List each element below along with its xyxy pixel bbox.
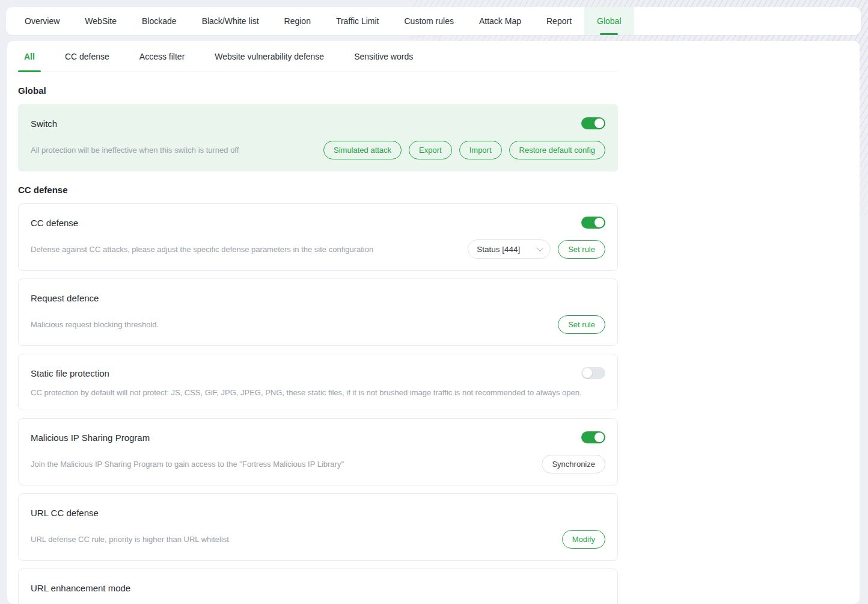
nav-tab-attack-map[interactable]: Attack Map bbox=[466, 7, 534, 35]
url-cc-defense-description: URL defense CC rule, priority is higher … bbox=[31, 535, 229, 544]
malicious-ip-sharing-description: Join the Malicious IP Sharing Program to… bbox=[31, 460, 344, 469]
cc-defense-toggle[interactable] bbox=[581, 217, 605, 229]
url-enhancement-mode-card: URL enhancement mode Setting up a URL va… bbox=[18, 569, 618, 604]
top-nav: Overview WebSite Blockade Black/White li… bbox=[6, 7, 861, 35]
toggle-knob bbox=[594, 433, 604, 442]
request-defence-title: Request defence bbox=[31, 293, 99, 303]
request-defence-set-rule-button[interactable]: Set rule bbox=[558, 315, 605, 334]
url-cc-defense-card: URL CC defense URL defense CC rule, prio… bbox=[18, 493, 618, 561]
static-file-protection-description: CC protection by default will not protec… bbox=[31, 388, 582, 397]
subtab-access-filter[interactable]: Access filter bbox=[133, 41, 191, 72]
section-heading-cc-defense: CC defense bbox=[18, 185, 618, 195]
toggle-knob bbox=[582, 368, 592, 378]
toggle-knob bbox=[594, 218, 604, 227]
static-file-protection-title: Static file protection bbox=[31, 368, 109, 378]
subtab-bar: All CC defense Access filter Website vul… bbox=[18, 41, 618, 72]
malicious-ip-sharing-card: Malicious IP Sharing Program Join the Ma… bbox=[18, 418, 618, 485]
subtab-sensitive-words[interactable]: Sensitive words bbox=[348, 41, 419, 72]
static-file-protection-card: Static file protection CC protection by … bbox=[18, 354, 618, 410]
nav-tab-overview[interactable]: Overview bbox=[12, 7, 72, 35]
nav-tab-black-white-list[interactable]: Black/White list bbox=[189, 7, 272, 35]
cc-defense-description: Defense against CC attacks, please adjus… bbox=[31, 245, 373, 254]
request-defence-card: Request defence Malicious request blocki… bbox=[18, 279, 618, 346]
cc-defense-card: CC defense Defense against CC attacks, p… bbox=[18, 203, 618, 271]
toggle-knob bbox=[594, 119, 604, 128]
nav-tab-custom-rules[interactable]: Custom rules bbox=[392, 7, 466, 35]
select-value: Status [444] bbox=[477, 245, 520, 254]
nav-tab-website[interactable]: WebSite bbox=[72, 7, 129, 35]
main-panel: All CC defense Access filter Website vul… bbox=[7, 41, 860, 604]
nav-tab-region[interactable]: Region bbox=[272, 7, 323, 35]
url-enhancement-mode-title: URL enhancement mode bbox=[31, 583, 130, 593]
malicious-ip-sharing-title: Malicious IP Sharing Program bbox=[31, 433, 150, 443]
simulated-attack-button[interactable]: Simulated attack bbox=[323, 141, 402, 159]
import-button[interactable]: Import bbox=[459, 141, 502, 159]
cc-defense-title: CC defense bbox=[31, 218, 78, 228]
switch-card: Switch All protection will be ineffectiv… bbox=[18, 104, 618, 171]
switch-card-description: All protection will be ineffective when … bbox=[31, 146, 239, 155]
malicious-ip-sharing-toggle[interactable] bbox=[581, 431, 605, 443]
switch-card-title: Switch bbox=[31, 119, 57, 129]
url-cc-defense-title: URL CC defense bbox=[31, 508, 99, 518]
cc-defense-action-select[interactable]: Status [444] bbox=[468, 239, 551, 259]
nav-tab-blockade[interactable]: Blockade bbox=[129, 7, 189, 35]
subtab-all[interactable]: All bbox=[18, 41, 41, 72]
nav-tab-report[interactable]: Report bbox=[534, 7, 584, 35]
static-file-protection-toggle[interactable] bbox=[581, 367, 605, 379]
request-defence-description: Malicious request blocking threshold. bbox=[31, 320, 159, 329]
chevron-down-icon bbox=[537, 245, 543, 251]
synchronize-button[interactable]: Synchronize bbox=[542, 455, 605, 473]
export-button[interactable]: Export bbox=[409, 141, 452, 159]
global-switch-toggle[interactable] bbox=[581, 117, 605, 129]
subtab-website-vulnerability-defense[interactable]: Website vulnerability defense bbox=[209, 41, 330, 72]
nav-tab-traffic-limit[interactable]: Traffic Limit bbox=[323, 7, 392, 35]
section-heading-global: Global bbox=[18, 85, 618, 96]
nav-tab-global[interactable]: Global bbox=[584, 7, 634, 35]
restore-default-config-button[interactable]: Restore default config bbox=[509, 141, 605, 159]
subtab-cc-defense[interactable]: CC defense bbox=[59, 41, 115, 72]
cc-defense-set-rule-button[interactable]: Set rule bbox=[558, 240, 605, 259]
url-cc-defense-modify-button[interactable]: Modify bbox=[562, 530, 605, 549]
